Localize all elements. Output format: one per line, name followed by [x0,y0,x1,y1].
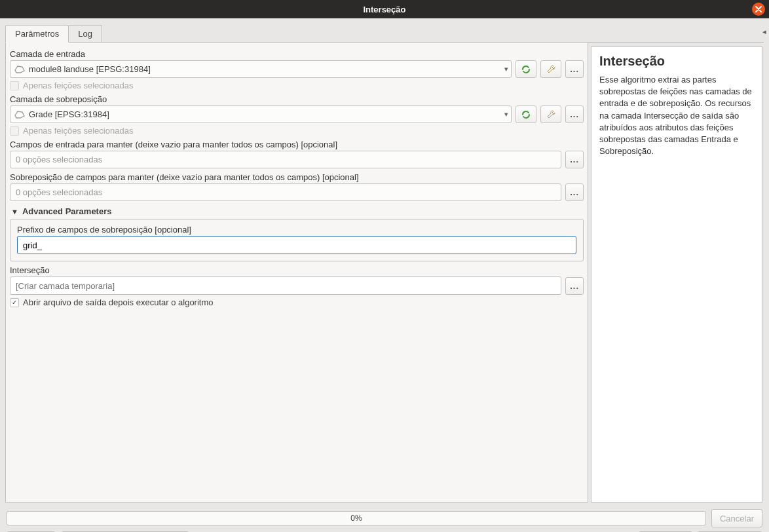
overlay-layer-label: Camada de sobreposição [10,94,584,104]
overlay-fields-multiselect[interactable]: 0 opções selecionadas [10,183,561,201]
splitter-handle-icon[interactable]: ◂ [762,28,766,36]
advanced-parameters-toggle[interactable]: ▼ Advanced Parameters [11,206,584,216]
window-close-button[interactable] [752,3,765,16]
input-layer-combo[interactable]: module8 landuse [EPSG:31984] ▾ [10,60,512,78]
help-body: Esse algoritmo extrai as partes sobrepos… [599,74,754,157]
overlay-layer-combo[interactable]: Grade [EPSG:31984] ▾ [10,105,512,123]
refresh-icon [520,109,532,121]
input-layer-options-button[interactable] [540,60,561,78]
overlay-fields-browse-button[interactable]: ... [565,183,584,201]
parameters-panel: Camada de entrada module8 landuse [EPSG:… [5,43,588,503]
tab-bar: Parâmetros Log ◂ [5,25,764,43]
overlay-prefix-label: Prefixo de campos de sobreposição [opcio… [17,225,576,235]
overlay-layer-selected-only-label: Apenas feições selecionadas [23,126,133,136]
overlay-prefix-input[interactable] [17,236,576,254]
tab-log[interactable]: Log [68,25,102,42]
cancel-button: Cancelar [711,509,762,527]
chevron-down-icon: ▾ [504,110,508,119]
titlebar: Interseção [0,0,769,18]
polygon-layer-icon [14,111,25,119]
wrench-icon [545,109,557,121]
input-fields-label: Campos de entrada para manter (deixe vaz… [10,140,584,149]
window-title: Interseção [363,5,405,14]
progress-row: 0% Cancelar [7,509,762,527]
overlay-layer-selected-only-checkbox [10,126,19,136]
output-browse-button[interactable]: ... [565,277,584,295]
open-after-checkbox[interactable] [10,298,19,307]
overlay-fields-label: Sobreposição de campos para manter (deix… [10,172,584,182]
close-icon [755,6,762,12]
open-after-label: Abrir arquivo de saída depois executar o… [23,297,214,307]
tab-parameters[interactable]: Parâmetros [5,25,69,43]
input-layer-selected-only-label: Apenas feições selecionadas [23,81,133,90]
wrench-icon [545,64,557,75]
input-fields-browse-button[interactable]: ... [565,151,584,168]
output-label: Interseção [10,265,584,275]
advanced-parameters-box: Prefixo de campos de sobreposição [opcio… [10,219,584,261]
help-title: Interseção [599,54,754,69]
help-panel: Interseção Esse algoritmo extrai as part… [591,47,762,503]
collapse-icon: ▼ [11,208,18,216]
input-layer-label: Camada de entrada [10,49,584,59]
input-layer-value: module8 landuse [EPSG:31984] [29,64,151,74]
overlay-layer-iterate-button[interactable] [516,105,536,123]
advanced-parameters-title: Advanced Parameters [22,206,112,216]
input-fields-multiselect[interactable]: 0 opções selecionadas [10,151,561,168]
progress-bar: 0% [7,511,706,525]
input-layer-browse-button[interactable]: ... [565,60,584,78]
overlay-layer-browse-button[interactable]: ... [565,105,584,123]
output-path-input[interactable] [10,276,561,295]
polygon-layer-icon [14,66,25,73]
overlay-layer-value: Grade [EPSG:31984] [29,109,109,119]
svg-marker-1 [15,111,24,118]
chevron-down-icon: ▾ [504,65,508,73]
input-layer-selected-only-checkbox [10,81,19,90]
overlay-layer-options-button[interactable] [540,105,561,123]
input-layer-iterate-button[interactable] [516,60,536,78]
progress-text: 0% [350,514,362,523]
svg-marker-0 [15,66,24,73]
refresh-icon [520,64,532,75]
